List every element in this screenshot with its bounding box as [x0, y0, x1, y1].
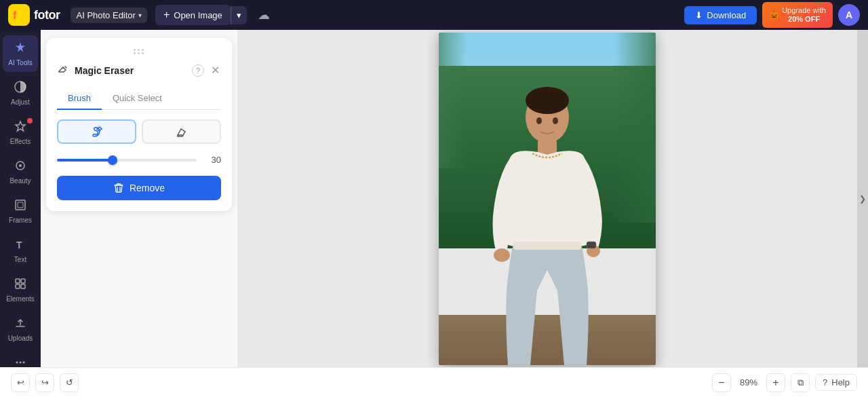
- open-image-dropdown[interactable]: ▾: [231, 6, 247, 24]
- card-header: Magic Eraser ? ✕: [57, 62, 221, 78]
- effects-badge: [27, 118, 33, 124]
- magic-eraser-card: Magic Eraser ? ✕ Brush Quick Select: [46, 38, 232, 211]
- view-toggle-button[interactable]: ⧉: [791, 373, 810, 392]
- upgrade-button[interactable]: 🎃 Upgrade with 20% OFF: [762, 2, 833, 28]
- sidebar-item-effects[interactable]: Effects: [3, 114, 38, 151]
- cloud-button[interactable]: ☁: [255, 5, 273, 25]
- svg-point-18: [494, 248, 510, 262]
- tree-right: [615, 33, 656, 223]
- download-label: Download: [707, 10, 746, 20]
- svg-rect-5: [16, 200, 25, 210]
- logo-area: f fotor: [8, 4, 60, 26]
- help-label: Help: [831, 377, 850, 387]
- svg-rect-6: [18, 202, 23, 208]
- svg-rect-10: [16, 284, 20, 288]
- chevron-down-icon: ▾: [138, 12, 142, 19]
- remove-label: Remove: [130, 183, 165, 193]
- help-label: ?: [196, 67, 200, 75]
- svg-point-16: [526, 87, 569, 114]
- undo-button[interactable]: ↩: [11, 373, 30, 392]
- effects-icon: [14, 119, 27, 136]
- eraser-icon: [176, 126, 188, 138]
- tree-left: [439, 33, 466, 168]
- cloud-icon: ☁: [258, 8, 270, 22]
- elements-icon: [14, 277, 27, 294]
- sidebar-label-effects: Effects: [10, 138, 31, 145]
- svg-rect-8: [16, 279, 20, 283]
- sidebar-item-frames[interactable]: Frames: [3, 193, 38, 229]
- sidebar-item-adjust[interactable]: Adjust: [3, 75, 38, 111]
- svg-text:f: f: [13, 10, 17, 21]
- download-button[interactable]: ⬇ Download: [684, 6, 757, 24]
- redo-button[interactable]: ↪: [35, 373, 54, 392]
- zoom-level: 89%: [736, 377, 761, 387]
- reset-icon: ↺: [66, 377, 73, 387]
- brush-erase-option[interactable]: [142, 119, 221, 144]
- svg-rect-0: [8, 4, 30, 26]
- right-panel-handle[interactable]: ❯: [857, 30, 868, 367]
- slider-value: 30: [205, 155, 221, 165]
- tool-panel: Magic Eraser ? ✕ Brush Quick Select: [41, 30, 237, 367]
- tab-quick-select[interactable]: Quick Select: [102, 88, 173, 110]
- magic-eraser-icon: [57, 63, 69, 78]
- zoom-in-button[interactable]: +: [766, 373, 785, 392]
- pumpkin-icon: 🎃: [769, 10, 779, 20]
- tabs: Brush Quick Select: [57, 88, 221, 110]
- svg-point-13: [20, 362, 22, 364]
- download-icon: ⬇: [695, 10, 703, 20]
- frames-icon: [14, 198, 27, 215]
- close-button[interactable]: ✕: [210, 62, 221, 78]
- sidebar-item-more[interactable]: More: [3, 350, 38, 367]
- redo-icon: ↪: [41, 377, 49, 387]
- help-icon[interactable]: ?: [192, 64, 204, 77]
- fotor-wordmark: fotor: [34, 8, 60, 22]
- main-area: AI Tools Adjust Effects: [0, 30, 868, 367]
- fotor-logo: f fotor: [8, 4, 60, 26]
- text-icon: T: [14, 238, 27, 254]
- sidebar-item-ai-tools[interactable]: AI Tools: [3, 35, 38, 72]
- tab-brush[interactable]: Brush: [57, 88, 102, 110]
- sidebar-item-beauty[interactable]: Beauty: [3, 153, 38, 190]
- canvas-image: [439, 33, 656, 365]
- drag-dots: [134, 49, 144, 54]
- zoom-out-button[interactable]: −: [712, 373, 731, 392]
- svg-rect-17: [538, 140, 557, 155]
- sidebar-item-elements[interactable]: Elements: [3, 271, 38, 308]
- drag-handle[interactable]: [57, 49, 221, 54]
- brush-paint-option[interactable]: [57, 119, 136, 144]
- undo-icon: ↩: [17, 377, 24, 387]
- svg-rect-20: [513, 242, 581, 250]
- open-image-label: Open Image: [174, 10, 222, 20]
- slider-track: [57, 159, 197, 162]
- svg-text:T: T: [16, 240, 22, 250]
- zoom-in-icon: +: [772, 377, 778, 389]
- sidebar-label-adjust: Adjust: [11, 98, 30, 106]
- header: f fotor AI Photo Editor ▾ + Open Image ▾…: [0, 0, 868, 30]
- sidebar-item-uploads[interactable]: Uploads: [3, 311, 38, 347]
- adjust-icon: [14, 80, 27, 97]
- card-title: Magic Eraser: [75, 65, 186, 76]
- help-button[interactable]: ? Help: [815, 374, 857, 391]
- svg-point-4: [19, 164, 22, 167]
- open-image-button[interactable]: + Open Image: [155, 5, 231, 25]
- canvas-area[interactable]: [237, 30, 857, 367]
- view-icon: ⧉: [797, 377, 804, 388]
- svg-rect-21: [587, 242, 596, 248]
- sidebar-label-uploads: Uploads: [8, 335, 33, 342]
- remove-button[interactable]: Remove: [57, 176, 221, 200]
- left-sidebar: AI Tools Adjust Effects: [0, 30, 41, 367]
- reset-button[interactable]: ↺: [60, 373, 79, 392]
- sidebar-label-frames: Frames: [9, 216, 32, 224]
- uploads-icon: [14, 316, 27, 333]
- app-name-button[interactable]: AI Photo Editor ▾: [71, 7, 146, 23]
- slider-row: 30: [57, 155, 221, 165]
- collapse-icon: ❯: [859, 194, 866, 204]
- bottom-right: − 89% + ⧉ ? Help: [712, 373, 857, 392]
- svg-rect-9: [21, 279, 25, 283]
- remove-icon: [113, 183, 124, 193]
- help-circle-icon: ?: [823, 377, 827, 387]
- app-name-label: AI Photo Editor: [76, 10, 135, 20]
- sidebar-item-text[interactable]: T Text: [3, 232, 38, 269]
- avatar[interactable]: A: [838, 4, 860, 26]
- brush-options: [57, 119, 221, 144]
